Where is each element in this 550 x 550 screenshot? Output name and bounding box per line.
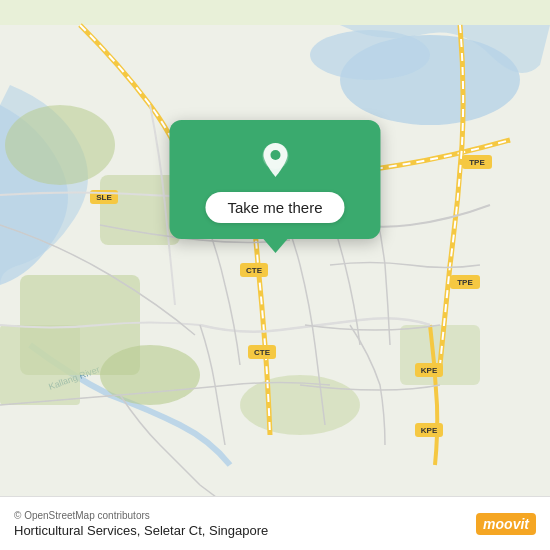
popup-tail: [263, 239, 287, 253]
bottom-bar-info: © OpenStreetMap contributors Horticultur…: [14, 510, 268, 538]
svg-text:CTE: CTE: [254, 348, 271, 357]
svg-rect-5: [0, 325, 80, 405]
svg-text:KPE: KPE: [421, 366, 438, 375]
popup-card: Take me there: [169, 120, 380, 239]
moovit-logo-text: moovit: [476, 513, 536, 535]
popup-overlay: Take me there: [169, 120, 380, 253]
svg-text:KPE: KPE: [421, 426, 438, 435]
svg-text:CTE: CTE: [246, 266, 263, 275]
svg-text:TPE: TPE: [469, 158, 485, 167]
bottom-bar: © OpenStreetMap contributors Horticultur…: [0, 496, 550, 550]
svg-point-10: [5, 105, 115, 185]
location-text: Horticultural Services, Seletar Ct, Sing…: [14, 523, 268, 538]
moovit-logo: moovit: [476, 513, 536, 535]
svg-point-26: [270, 150, 280, 160]
take-me-there-button[interactable]: Take me there: [205, 192, 344, 223]
svg-text:TPE: TPE: [457, 278, 473, 287]
copyright-text: © OpenStreetMap contributors: [14, 510, 268, 521]
location-pin-icon: [253, 138, 297, 182]
svg-point-2: [310, 30, 430, 80]
map-container: Kallang River SLE TPE TPE CTE: [0, 0, 550, 550]
svg-text:SLE: SLE: [96, 193, 112, 202]
svg-point-8: [240, 375, 360, 435]
